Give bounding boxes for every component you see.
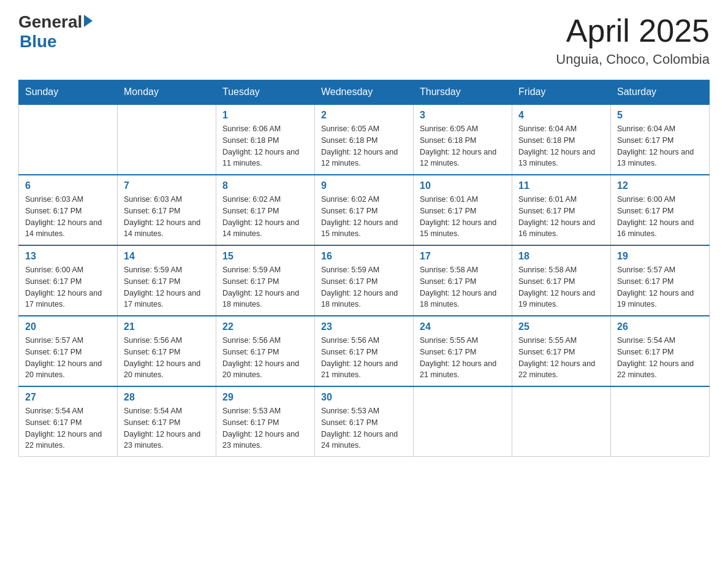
day-number: 1	[222, 110, 308, 121]
day-info: Sunrise: 6:06 AMSunset: 6:18 PMDaylight:…	[222, 123, 308, 169]
day-info: Sunrise: 6:05 AMSunset: 6:18 PMDaylight:…	[321, 123, 407, 169]
day-number: 27	[25, 392, 111, 403]
day-number: 16	[321, 251, 407, 262]
calendar-table: SundayMondayTuesdayWednesdayThursdayFrid…	[18, 80, 710, 457]
calendar-cell	[19, 104, 118, 175]
week-row-3: 13Sunrise: 6:00 AMSunset: 6:17 PMDayligh…	[19, 245, 710, 316]
calendar-cell: 28Sunrise: 5:54 AMSunset: 6:17 PMDayligh…	[118, 386, 216, 457]
calendar-cell: 29Sunrise: 5:53 AMSunset: 6:17 PMDayligh…	[216, 386, 315, 457]
calendar-cell: 15Sunrise: 5:59 AMSunset: 6:17 PMDayligh…	[216, 245, 315, 316]
calendar-cell: 17Sunrise: 5:58 AMSunset: 6:17 PMDayligh…	[414, 245, 512, 316]
column-header-sunday: Sunday	[19, 80, 118, 105]
calendar-cell: 5Sunrise: 6:04 AMSunset: 6:17 PMDaylight…	[611, 104, 710, 175]
calendar-cell: 18Sunrise: 5:58 AMSunset: 6:17 PMDayligh…	[512, 245, 611, 316]
calendar-cell: 30Sunrise: 5:53 AMSunset: 6:17 PMDayligh…	[315, 386, 414, 457]
calendar-cell	[414, 386, 512, 457]
day-info: Sunrise: 6:02 AMSunset: 6:17 PMDaylight:…	[321, 194, 407, 240]
logo: General Blue	[18, 12, 93, 52]
day-number: 8	[222, 180, 308, 191]
calendar-cell: 10Sunrise: 6:01 AMSunset: 6:17 PMDayligh…	[414, 175, 512, 245]
logo-blue-text: Blue	[20, 32, 57, 52]
day-info: Sunrise: 6:00 AMSunset: 6:17 PMDaylight:…	[25, 264, 111, 310]
page-header: General Blue April 2025 Unguia, Choco, C…	[18, 12, 710, 67]
day-number: 28	[124, 392, 210, 403]
day-number: 21	[124, 321, 210, 332]
calendar-cell: 24Sunrise: 5:55 AMSunset: 6:17 PMDayligh…	[414, 316, 512, 386]
calendar-cell: 23Sunrise: 5:56 AMSunset: 6:17 PMDayligh…	[315, 316, 414, 386]
calendar-cell: 1Sunrise: 6:06 AMSunset: 6:18 PMDaylight…	[216, 104, 315, 175]
day-info: Sunrise: 6:03 AMSunset: 6:17 PMDaylight:…	[25, 194, 111, 240]
calendar-cell: 11Sunrise: 6:01 AMSunset: 6:17 PMDayligh…	[512, 175, 611, 245]
calendar-cell: 12Sunrise: 6:00 AMSunset: 6:17 PMDayligh…	[611, 175, 710, 245]
day-number: 10	[420, 180, 506, 191]
day-info: Sunrise: 6:03 AMSunset: 6:17 PMDaylight:…	[124, 194, 210, 240]
day-number: 13	[25, 251, 111, 262]
logo-arrow-icon	[84, 15, 93, 27]
logo-general-text: General	[18, 12, 82, 32]
day-info: Sunrise: 5:59 AMSunset: 6:17 PMDaylight:…	[321, 264, 407, 310]
day-number: 2	[321, 110, 407, 121]
title-area: April 2025 Unguia, Choco, Colombia	[556, 12, 710, 67]
calendar-cell: 4Sunrise: 6:04 AMSunset: 6:18 PMDaylight…	[512, 104, 611, 175]
day-number: 26	[617, 321, 703, 332]
day-info: Sunrise: 6:01 AMSunset: 6:17 PMDaylight:…	[420, 194, 506, 240]
day-info: Sunrise: 5:55 AMSunset: 6:17 PMDaylight:…	[420, 335, 506, 381]
day-number: 17	[420, 251, 506, 262]
calendar-cell: 13Sunrise: 6:00 AMSunset: 6:17 PMDayligh…	[19, 245, 118, 316]
day-info: Sunrise: 5:54 AMSunset: 6:17 PMDaylight:…	[25, 405, 111, 451]
day-number: 12	[617, 180, 703, 191]
column-header-tuesday: Tuesday	[216, 80, 315, 105]
day-info: Sunrise: 5:53 AMSunset: 6:17 PMDaylight:…	[222, 405, 308, 451]
day-info: Sunrise: 6:01 AMSunset: 6:17 PMDaylight:…	[518, 194, 604, 240]
calendar-cell	[611, 386, 710, 457]
calendar-cell	[118, 104, 216, 175]
column-header-wednesday: Wednesday	[315, 80, 414, 105]
calendar-cell: 22Sunrise: 5:56 AMSunset: 6:17 PMDayligh…	[216, 316, 315, 386]
day-number: 24	[420, 321, 506, 332]
calendar-cell: 20Sunrise: 5:57 AMSunset: 6:17 PMDayligh…	[19, 316, 118, 386]
calendar-header-row: SundayMondayTuesdayWednesdayThursdayFrid…	[19, 80, 710, 105]
column-header-friday: Friday	[512, 80, 611, 105]
calendar-cell: 19Sunrise: 5:57 AMSunset: 6:17 PMDayligh…	[611, 245, 710, 316]
day-info: Sunrise: 5:55 AMSunset: 6:17 PMDaylight:…	[518, 335, 604, 381]
calendar-cell: 2Sunrise: 6:05 AMSunset: 6:18 PMDaylight…	[315, 104, 414, 175]
day-info: Sunrise: 5:57 AMSunset: 6:17 PMDaylight:…	[25, 335, 111, 381]
day-number: 11	[518, 180, 604, 191]
day-info: Sunrise: 5:54 AMSunset: 6:17 PMDaylight:…	[124, 405, 210, 451]
day-number: 4	[518, 110, 604, 121]
calendar-cell: 27Sunrise: 5:54 AMSunset: 6:17 PMDayligh…	[19, 386, 118, 457]
day-info: Sunrise: 5:53 AMSunset: 6:17 PMDaylight:…	[321, 405, 407, 451]
calendar-cell	[512, 386, 611, 457]
day-info: Sunrise: 5:58 AMSunset: 6:17 PMDaylight:…	[518, 264, 604, 310]
calendar-cell: 3Sunrise: 6:05 AMSunset: 6:18 PMDaylight…	[414, 104, 512, 175]
day-number: 14	[124, 251, 210, 262]
column-header-saturday: Saturday	[611, 80, 710, 105]
day-number: 29	[222, 392, 308, 403]
day-number: 6	[25, 180, 111, 191]
month-title: April 2025	[556, 12, 710, 49]
day-number: 18	[518, 251, 604, 262]
day-number: 23	[321, 321, 407, 332]
day-number: 9	[321, 180, 407, 191]
day-number: 25	[518, 321, 604, 332]
day-info: Sunrise: 6:04 AMSunset: 6:17 PMDaylight:…	[617, 123, 703, 169]
day-info: Sunrise: 5:57 AMSunset: 6:17 PMDaylight:…	[617, 264, 703, 310]
calendar-cell: 21Sunrise: 5:56 AMSunset: 6:17 PMDayligh…	[118, 316, 216, 386]
calendar-cell: 16Sunrise: 5:59 AMSunset: 6:17 PMDayligh…	[315, 245, 414, 316]
day-info: Sunrise: 5:59 AMSunset: 6:17 PMDaylight:…	[222, 264, 308, 310]
day-info: Sunrise: 5:54 AMSunset: 6:17 PMDaylight:…	[617, 335, 703, 381]
calendar-cell: 6Sunrise: 6:03 AMSunset: 6:17 PMDaylight…	[19, 175, 118, 245]
week-row-1: 1Sunrise: 6:06 AMSunset: 6:18 PMDaylight…	[19, 104, 710, 175]
day-number: 22	[222, 321, 308, 332]
day-number: 19	[617, 251, 703, 262]
day-info: Sunrise: 6:00 AMSunset: 6:17 PMDaylight:…	[617, 194, 703, 240]
calendar-cell: 26Sunrise: 5:54 AMSunset: 6:17 PMDayligh…	[611, 316, 710, 386]
calendar-cell: 25Sunrise: 5:55 AMSunset: 6:17 PMDayligh…	[512, 316, 611, 386]
calendar-cell: 14Sunrise: 5:59 AMSunset: 6:17 PMDayligh…	[118, 245, 216, 316]
day-info: Sunrise: 5:56 AMSunset: 6:17 PMDaylight:…	[321, 335, 407, 381]
day-number: 5	[617, 110, 703, 121]
location-title: Unguia, Choco, Colombia	[556, 52, 710, 67]
calendar-cell: 9Sunrise: 6:02 AMSunset: 6:17 PMDaylight…	[315, 175, 414, 245]
column-header-monday: Monday	[118, 80, 216, 105]
day-info: Sunrise: 5:56 AMSunset: 6:17 PMDaylight:…	[222, 335, 308, 381]
